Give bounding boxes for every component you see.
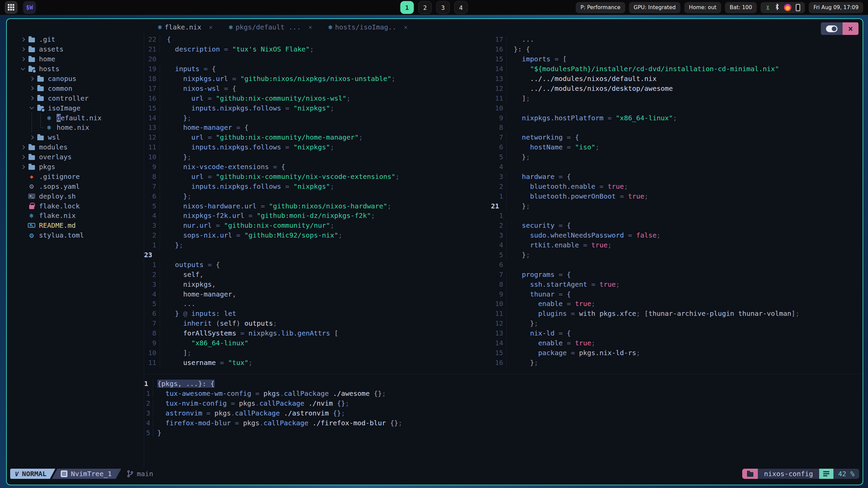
code-line[interactable]: 14 enable = true; (491, 338, 863, 348)
code-line[interactable]: 5} (144, 428, 863, 438)
code-line[interactable]: 3 hardware = { (491, 171, 863, 181)
flame-icon[interactable] (784, 4, 791, 11)
code-line[interactable]: 9 nix-vscode-extensions = { (144, 162, 491, 172)
scissors-icon[interactable]: ✂ (764, 5, 771, 10)
code-line[interactable]: 8 ssh.startAgent = true; (491, 279, 863, 289)
code-line[interactable]: 7 networking = { (491, 133, 863, 142)
code-line[interactable]: 11 username = "tux"; (144, 358, 491, 367)
code-line[interactable]: 9 "x86_64-linux" (144, 338, 491, 348)
code-line[interactable]: 23 (144, 250, 491, 260)
code-line[interactable]: 7 programs = { (491, 269, 863, 279)
tree-item-stylua-toml[interactable]: ⚙stylua.toml (7, 230, 144, 240)
code-line[interactable]: 3 nur.url = "github:nix-community/nur"; (144, 221, 491, 230)
wm-logo-button[interactable]: $W (23, 1, 36, 14)
code-line[interactable]: 1 outputs = { (144, 260, 491, 269)
code-line[interactable]: 16 url = "github:nix-community/nixos-wsl… (144, 93, 491, 103)
code-line[interactable]: 13 nix-ld = { (491, 328, 863, 338)
tree-item--gitignore[interactable]: ◆.gitignore (7, 171, 144, 181)
code-line[interactable]: 5 }; (491, 152, 863, 162)
tree-item-wsl[interactable]: wsl (7, 133, 144, 142)
code-line[interactable]: 5 nixos-hardware.url = "github:nixos/nix… (144, 201, 491, 211)
code-line[interactable]: 21 description = "tux's NixOS Flake"; (144, 44, 491, 54)
code-line[interactable]: 11 inputs.nixpkgs.follows = "nixpkgs"; (144, 142, 491, 152)
code-line[interactable]: 15 package = pkgs.nix-ld-rs; (491, 348, 863, 358)
code-line[interactable]: 12 url = "github:nix-community/home-mana… (144, 133, 491, 142)
code-line[interactable]: 2 bluetooth.enable = true; (491, 181, 863, 191)
bluetooth-icon[interactable] (775, 3, 780, 12)
code-line[interactable]: 15 imports = [ (491, 54, 863, 64)
code-line[interactable]: 1 (491, 211, 863, 221)
tree-item-isoImage[interactable]: isoImage (7, 103, 144, 113)
code-line[interactable]: 5 }; (491, 250, 863, 260)
code-line[interactable]: 4 rtkit.enable = true; (491, 240, 863, 250)
code-line[interactable]: 6 } @ inputs: let (144, 309, 491, 319)
code-line[interactable]: 8 forAllSystems = nixpkgs.lib.genAttrs [ (144, 328, 491, 338)
code-line[interactable]: 7 inherit (self) outputs; (144, 319, 491, 328)
tree-item-home[interactable]: home (7, 54, 144, 64)
code-line[interactable]: 1 }; (144, 240, 491, 250)
tab-close-icon[interactable]: × (404, 23, 408, 31)
code-line[interactable]: 4 (491, 162, 863, 172)
workspace-button-4[interactable]: 4 (454, 1, 468, 14)
tree-item-flake-nix[interactable]: ❄flake.nix (7, 211, 144, 221)
tree-item-modules[interactable]: modules (7, 142, 144, 152)
code-line[interactable]: 4 firefox-mod-blur = pkgs.callPackage ./… (144, 418, 863, 428)
code-line[interactable]: 6 }; (144, 191, 491, 201)
code-line[interactable]: 8 url = "github:nix-community/nix-vscode… (144, 171, 491, 181)
code-line[interactable]: 11 plugins = with pkgs.xfce; [thunar-arc… (491, 309, 863, 319)
code-line[interactable]: 3 astronvim = pkgs.callPackage ./astronv… (144, 408, 863, 418)
code-line[interactable]: 1 tux-awesome-wm-config = pkgs.callPacka… (144, 389, 863, 399)
code-line[interactable]: 21 }; (491, 201, 863, 211)
tab-close-icon[interactable]: × (209, 23, 213, 31)
code-line[interactable]: 10 (491, 103, 863, 113)
code-line[interactable]: 1{pkgs, ...}: { (144, 379, 863, 389)
code-line[interactable]: 3 sudo.wheelNeedsPassword = false; (491, 230, 863, 240)
code-line[interactable]: 12 ../../modules/nixos/desktop/awesome (491, 83, 863, 93)
tree-item-hosts[interactable]: hosts (7, 64, 144, 74)
tree-item-canopus[interactable]: canopus (7, 74, 144, 84)
code-line[interactable]: 11 ]; (491, 93, 863, 103)
tree-item-home-nix[interactable]: ❄home.nix (7, 123, 144, 133)
code-line[interactable]: 7 inputs.nixpkgs.follows = "nixpkgs"; (144, 181, 491, 191)
code-line[interactable]: 9 thunar = { (491, 289, 863, 299)
code-line[interactable]: 17 ... (491, 35, 863, 44)
code-line[interactable]: 19 inputs = { (144, 64, 491, 74)
tab-hosts-isoImag-[interactable]: ❄hosts/isoImag..× (329, 23, 408, 33)
code-line[interactable]: 2 sops-nix.url = "github:Mic92/sops-nix"… (144, 230, 491, 240)
tree-item-overlays[interactable]: overlays (7, 152, 144, 162)
code-line[interactable]: 10 enable = true; (491, 299, 863, 309)
code-line[interactable]: 13 ../../modules/nixos/default.nix (491, 74, 863, 84)
code-line[interactable]: 9 nixpkgs.hostPlatform = "x86_64-linux"; (491, 113, 863, 123)
tree-item-deploy-sh[interactable]: >_deploy.sh (7, 191, 144, 201)
phone-icon[interactable] (796, 4, 800, 11)
code-line[interactable]: 12 }; (491, 319, 863, 328)
tree-item-common[interactable]: common (7, 83, 144, 93)
code-line[interactable]: 15 inputs.nixpkgs.follows = "nixpkgs"; (144, 103, 491, 113)
code-line[interactable]: 13 home-manager = { (144, 123, 491, 133)
tree-item-default-nix[interactable]: ❄default.nix (7, 113, 144, 123)
code-line[interactable]: 16 }; (491, 358, 863, 367)
code-line[interactable]: 3 nixpkgs, (144, 279, 491, 289)
code-line[interactable]: 17 nixos-wsl = { (144, 83, 491, 93)
app-launcher-button[interactable] (5, 1, 18, 14)
tab-close-icon[interactable]: × (308, 23, 312, 31)
code-line[interactable]: 6 (491, 260, 863, 269)
workspace-button-1[interactable]: 1 (400, 1, 414, 14)
workspace-button-2[interactable]: 2 (418, 1, 432, 14)
tree-item--sops-yaml[interactable]: ⚙.sops.yaml (7, 181, 144, 191)
tab-pkgs-default-[interactable]: ❄pkgs/default ...× (229, 23, 312, 33)
code-line[interactable]: 10 }; (144, 152, 491, 162)
code-line[interactable]: 20 (144, 54, 491, 64)
code-line[interactable]: 2 self, (144, 269, 491, 279)
code-line[interactable]: 4 home-manager, (144, 289, 491, 299)
code-line[interactable]: 5 ... (144, 299, 491, 309)
workspace-button-3[interactable]: 3 (436, 1, 450, 14)
code-line[interactable]: 22{ (144, 35, 491, 44)
tree-item-flake-lock[interactable]: flake.lock (7, 201, 144, 211)
code-line[interactable]: 14 }; (144, 113, 491, 123)
tree-item-README-md[interactable]: M↓README.md (7, 221, 144, 230)
code-line[interactable]: 2 security = { (491, 221, 863, 230)
code-line[interactable]: 6 hostName = "iso"; (491, 142, 863, 152)
code-line[interactable]: 18 nixpkgs.url = "github:nixos/nixpkgs/n… (144, 74, 491, 84)
tree-item-controller[interactable]: controller (7, 93, 144, 103)
